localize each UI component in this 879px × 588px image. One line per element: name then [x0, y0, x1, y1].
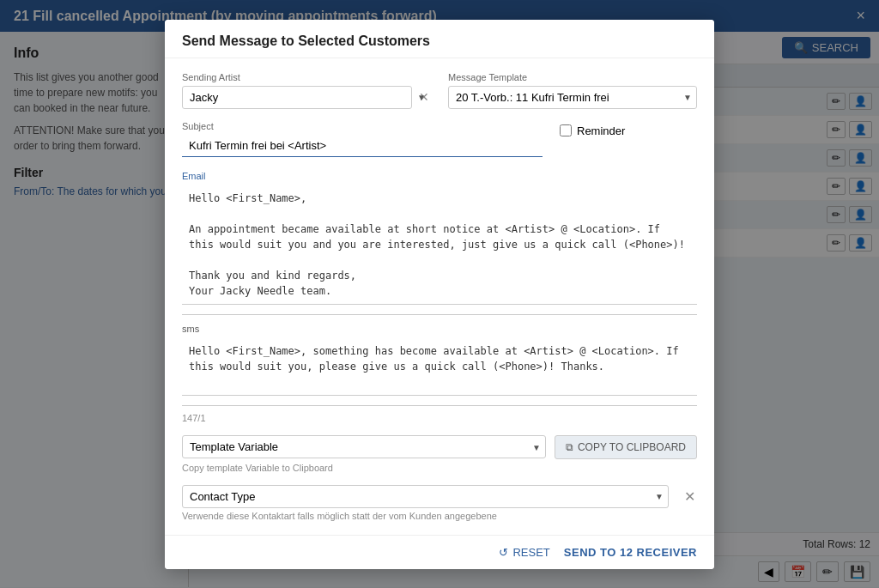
sms-label: sms: [182, 324, 199, 334]
sending-artist-select[interactable]: Jacky: [182, 86, 412, 109]
reset-label: RESET: [512, 546, 549, 559]
reset-icon: ↺: [499, 546, 508, 559]
subject-label: Subject: [182, 121, 543, 131]
email-textarea[interactable]: Hello <First_Name>, An appointment becam…: [182, 185, 697, 305]
contact-type-row: Contact Type ▼ ✕: [182, 485, 697, 508]
contact-type-clear-button[interactable]: ✕: [682, 488, 697, 505]
divider-1: [182, 314, 697, 315]
contact-type-select[interactable]: Contact Type: [182, 485, 669, 508]
message-template-wrapper: 20 T.-Vorb.: 11 Kufri Termin frei ▼: [448, 86, 697, 109]
template-var-wrapper: Template Variable <First_Name> <Artist> …: [182, 435, 546, 458]
sending-artist-clear-button[interactable]: ✕: [417, 90, 431, 104]
sending-artist-wrapper: Jacky ▼ ✕: [182, 86, 431, 109]
copy-label: COPY TO CLIPBOARD: [578, 441, 686, 453]
contact-type-wrapper: Contact Type ▼: [182, 485, 669, 508]
message-template-select[interactable]: 20 T.-Vorb.: 11 Kufri Termin frei: [448, 86, 697, 109]
template-variable-select[interactable]: Template Variable <First_Name> <Artist> …: [182, 435, 546, 458]
modal-dialog: Send Message to Selected Customers Sendi…: [165, 20, 714, 569]
subject-row: Subject Reminder: [182, 121, 697, 157]
sending-artist-group: Sending Artist Jacky ▼ ✕: [182, 72, 431, 109]
copy-icon: ⧉: [566, 441, 573, 453]
reset-button[interactable]: ↺ RESET: [499, 546, 549, 559]
sms-label-container: sms: [182, 322, 697, 335]
email-label: Email: [182, 171, 206, 181]
email-label-container: Email: [182, 169, 697, 182]
sending-artist-label: Sending Artist: [182, 72, 431, 82]
template-hint: Copy template Variable to Clipboard: [182, 463, 697, 473]
subject-input[interactable]: [182, 135, 543, 157]
reminder-label: Reminder: [577, 124, 625, 137]
template-var-row: Template Variable <First_Name> <Artist> …: [182, 435, 697, 459]
modal-footer: ↺ RESET SEND TO 12 RECEIVER: [165, 535, 714, 569]
contact-type-hint: Verwende diese Kontaktart falls möglich …: [182, 511, 697, 521]
modal-title: Send Message to Selected Customers: [182, 33, 697, 49]
modal-body: Sending Artist Jacky ▼ ✕ Message Templat…: [165, 58, 714, 535]
sms-textarea[interactable]: Hello <First_Name>, something has become…: [182, 338, 697, 396]
top-form-row: Sending Artist Jacky ▼ ✕ Message Templat…: [182, 72, 697, 109]
copy-to-clipboard-button[interactable]: ⧉ COPY TO CLIPBOARD: [555, 435, 697, 459]
modal-overlay: Send Message to Selected Customers Sendi…: [0, 0, 879, 588]
reminder-row: Reminder: [560, 124, 697, 137]
reminder-checkbox[interactable]: [560, 124, 572, 136]
divider-2: [182, 405, 697, 406]
subject-group: Subject: [182, 121, 543, 157]
char-count: 147/1: [182, 413, 697, 423]
send-button[interactable]: SEND TO 12 RECEIVER: [564, 546, 697, 559]
message-template-group: Message Template 20 T.-Vorb.: 11 Kufri T…: [448, 72, 697, 109]
reminder-group: Reminder: [560, 121, 697, 157]
message-template-label: Message Template: [448, 72, 697, 82]
send-label: SEND TO 12 RECEIVER: [564, 546, 697, 559]
modal-header: Send Message to Selected Customers: [165, 20, 714, 58]
